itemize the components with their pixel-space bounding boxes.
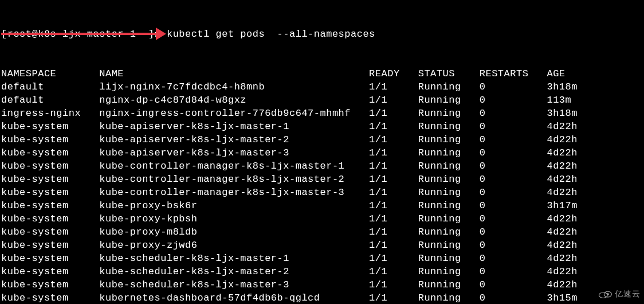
table-row: kube-system kubernetes-dashboard-57df4db… (1, 291, 644, 304)
redaction-arrow-head-icon (156, 28, 166, 40)
svg-point-2 (607, 293, 609, 295)
table-row: kube-system kube-scheduler-k8s-ljx-maste… (1, 278, 644, 291)
table-row: kube-system kube-controller-manager-k8s-… (1, 173, 644, 186)
table-row: default lijx-nginx-7c7fdcdbc4-h8mnb 1/1 … (1, 80, 644, 93)
table-row: default nginx-dp-c4c87d84d-w8gxz 1/1 Run… (1, 93, 644, 107)
table-row: kube-system kube-proxy-kpbsh 1/1 Running… (1, 212, 644, 225)
table-row: kube-system kube-proxy-bsk6r 1/1 Running… (1, 199, 644, 212)
table-header: NAMESPACE NAME READY STATUS RESTARTS AGE (1, 67, 644, 80)
prompt-line: [root@k8s-ljx-master-1 ~]# kubectl get p… (1, 28, 644, 41)
redaction-arrow-line (1, 33, 160, 35)
table-row: kube-system kube-scheduler-k8s-ljx-maste… (1, 265, 644, 278)
table-row: kube-system kube-apiserver-k8s-ljx-maste… (1, 146, 644, 159)
watermark-text: 亿速云 (615, 287, 641, 301)
table-row: ingress-nginx nginx-ingress-controller-7… (1, 107, 644, 120)
table-row: kube-system kube-apiserver-k8s-ljx-maste… (1, 133, 644, 146)
table-row: kube-system kube-controller-manager-k8s-… (1, 159, 644, 173)
table-row: kube-system kube-controller-manager-k8s-… (1, 186, 644, 199)
svg-point-0 (599, 292, 607, 298)
table-row: kube-system kube-proxy-m8ldb 1/1 Running… (1, 225, 644, 239)
table-row: kube-system kube-apiserver-k8s-ljx-maste… (1, 120, 644, 133)
watermark: 亿速云 (598, 287, 641, 301)
terminal-output[interactable]: [root@k8s-ljx-master-1 ~]# kubectl get p… (0, 0, 644, 304)
table-row: kube-system kube-scheduler-k8s-ljx-maste… (1, 252, 644, 265)
table-row: kube-system kube-proxy-zjwd6 1/1 Running… (1, 239, 644, 252)
cloud-logo-icon (598, 289, 612, 299)
pods-table: NAMESPACE NAME READY STATUS RESTARTS AGE… (1, 67, 644, 304)
